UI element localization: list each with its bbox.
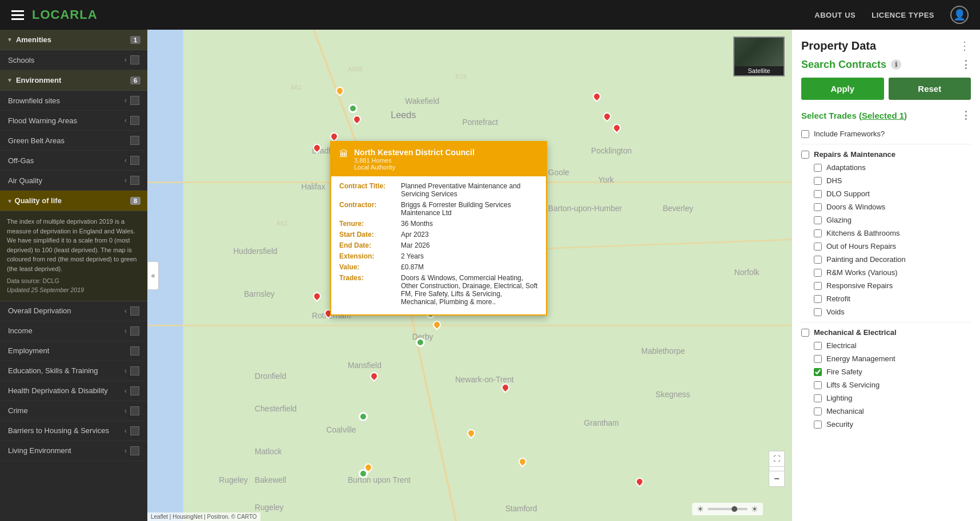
search-contracts-info-icon[interactable]: ℹ xyxy=(891,59,901,70)
responsive-row[interactable]: Responsive Repairs xyxy=(801,279,971,292)
glazing-checkbox[interactable] xyxy=(814,216,822,224)
sidebar-item-healthdep[interactable]: Health Deprivation & Disability ‹ xyxy=(0,381,147,401)
map-pin-green[interactable] xyxy=(359,412,368,421)
sidebar-item-employment[interactable]: Employment xyxy=(0,341,147,361)
about-us-link[interactable]: ABOUT US xyxy=(814,11,856,19)
sidebar-item-airquality[interactable]: Air Quality ‹ xyxy=(0,171,147,191)
adaptations-checkbox[interactable] xyxy=(814,164,822,172)
lighting-checkbox[interactable] xyxy=(814,394,822,402)
lifts-checkbox[interactable] xyxy=(814,381,822,389)
sidebar-item-barriers[interactable]: Barriers to Housing & Services ‹ xyxy=(0,421,147,441)
sidebar-item-brownfield[interactable]: Brownfield sites ‹ xyxy=(0,91,147,111)
fire-safety-row[interactable]: Fire Safety xyxy=(801,365,971,378)
security-row[interactable]: Security xyxy=(801,418,971,431)
panel-menu-icon[interactable]: ⋮ xyxy=(959,39,971,52)
income-checkbox[interactable] xyxy=(130,326,139,336)
barriers-checkbox[interactable] xyxy=(130,426,139,435)
dhs-row[interactable]: DHS xyxy=(801,174,971,187)
selected-trades-link[interactable]: Selected 1 xyxy=(862,111,904,120)
licence-types-link[interactable]: LICENCE TYPES xyxy=(871,11,934,19)
repairs-checkbox[interactable] xyxy=(801,151,809,159)
doors-label: Doors & Windows xyxy=(826,203,885,211)
dlo-row[interactable]: DLO Support xyxy=(801,187,971,200)
airquality-checkbox[interactable] xyxy=(130,176,139,185)
doors-checkbox[interactable] xyxy=(814,203,822,211)
sidebar-item-income[interactable]: Income ‹ xyxy=(0,321,147,341)
crime-checkbox[interactable] xyxy=(130,406,139,415)
include-frameworks-checkbox[interactable] xyxy=(801,130,809,138)
mechanical-checkbox[interactable] xyxy=(814,407,822,415)
collapse-sidebar-button[interactable]: « xyxy=(147,261,159,290)
panel-header: Property Data ⋮ xyxy=(801,39,971,52)
greenbelt-checkbox[interactable] xyxy=(130,136,139,145)
brightness-slider[interactable] xyxy=(708,508,748,510)
mechanical-category-checkbox[interactable] xyxy=(801,329,809,337)
sidebar-item-flood[interactable]: Flood Warning Areas ‹ xyxy=(0,111,147,131)
sidebar-item-overalldep[interactable]: Overall Deprivation ‹ xyxy=(0,301,147,321)
voids-row[interactable]: Voids xyxy=(801,305,971,318)
popup-body: Contract Title: Planned Preventative Mai… xyxy=(331,176,546,314)
sidebar-item-greenbelt[interactable]: Green Belt Areas xyxy=(0,131,147,151)
painting-row[interactable]: Painting and Decoration xyxy=(801,253,971,266)
retrofit-row[interactable]: Retrofit xyxy=(801,292,971,305)
energy-checkbox[interactable] xyxy=(814,355,822,363)
rm-works-checkbox[interactable] xyxy=(814,269,822,277)
map-pin-green[interactable] xyxy=(416,338,425,347)
map-container[interactable]: Leeds Bradford Halifax Sheffield Notting… xyxy=(147,30,792,521)
flood-checkbox[interactable] xyxy=(130,116,139,125)
painting-checkbox[interactable] xyxy=(814,256,822,264)
kitchens-checkbox[interactable] xyxy=(814,229,822,237)
adaptations-row[interactable]: Adaptations xyxy=(801,161,971,174)
out-of-hours-row[interactable]: Out of Hours Repairs xyxy=(801,240,971,253)
sidebar-section-quality[interactable]: ▼ Quality of life 8 xyxy=(0,191,147,211)
map-pin-green[interactable] xyxy=(348,104,358,113)
energy-row[interactable]: Energy Management xyxy=(801,352,971,365)
include-frameworks-row[interactable]: Include Frameworks? xyxy=(801,127,971,140)
fire-safety-checkbox[interactable] xyxy=(814,368,822,376)
out-of-hours-checkbox[interactable] xyxy=(814,243,822,251)
sidebar-item-schools[interactable]: Schools ‹ xyxy=(0,50,147,70)
livingenv-checkbox[interactable] xyxy=(130,446,139,455)
healthdep-checkbox[interactable] xyxy=(130,386,139,395)
satellite-thumbnail[interactable]: Satellite xyxy=(733,37,785,76)
security-checkbox[interactable] xyxy=(814,421,822,429)
employment-checkbox[interactable] xyxy=(130,346,139,356)
offgas-checkbox[interactable] xyxy=(130,156,139,165)
sidebar-section-environment[interactable]: ▼ Environment 6 xyxy=(0,70,147,91)
brownfield-checkbox[interactable] xyxy=(130,96,139,105)
electrical-checkbox[interactable] xyxy=(814,342,822,350)
overalldep-checkbox[interactable] xyxy=(130,306,139,316)
lifts-row[interactable]: Lifts & Servicing xyxy=(801,378,971,391)
sidebar-section-amenities[interactable]: ▼ Amenities 1 xyxy=(0,30,147,50)
voids-checkbox[interactable] xyxy=(814,308,822,316)
reset-button[interactable]: Reset xyxy=(889,78,971,100)
hamburger-menu[interactable] xyxy=(11,10,24,20)
apply-button[interactable]: Apply xyxy=(801,78,884,100)
map-pin-green[interactable] xyxy=(359,469,368,478)
dlo-checkbox[interactable] xyxy=(814,190,822,198)
doors-row[interactable]: Doors & Windows xyxy=(801,200,971,213)
trades-menu-icon[interactable]: ⋮ xyxy=(961,109,971,122)
glazing-row[interactable]: Glazing xyxy=(801,213,971,227)
lighting-row[interactable]: Lighting xyxy=(801,391,971,405)
dhs-checkbox[interactable] xyxy=(814,177,822,185)
rm-works-row[interactable]: R&M Works (Various) xyxy=(801,266,971,279)
search-contracts-menu-icon[interactable]: ⋮ xyxy=(961,58,971,71)
mechanical-category[interactable]: Mechanical & Electrical xyxy=(801,326,971,339)
responsive-checkbox[interactable] xyxy=(814,282,822,290)
sidebar-item-crime[interactable]: Crime ‹ xyxy=(0,401,147,421)
sidebar-item-education[interactable]: Education, Skills & Training ‹ xyxy=(0,361,147,381)
electrical-row[interactable]: Electrical xyxy=(801,339,971,352)
sidebar-item-offgas[interactable]: Off-Gas ‹ xyxy=(0,151,147,171)
sidebar-item-livingenv[interactable]: Living Environment ‹ xyxy=(0,441,147,461)
kitchens-row[interactable]: Kitchens & Bathrooms xyxy=(801,227,971,240)
schools-checkbox[interactable] xyxy=(130,55,139,64)
mechanical-row[interactable]: Mechanical xyxy=(801,405,971,418)
fullscreen-button[interactable]: ⛶ xyxy=(769,451,785,467)
popup-row-value: Value: £0.87M xyxy=(339,263,538,271)
zoom-out-button[interactable]: − xyxy=(769,471,785,487)
education-checkbox[interactable] xyxy=(130,366,139,375)
repairs-category[interactable]: Repairs & Maintenance xyxy=(801,148,971,161)
retrofit-checkbox[interactable] xyxy=(814,295,822,303)
user-avatar[interactable]: 👤 xyxy=(950,6,969,24)
